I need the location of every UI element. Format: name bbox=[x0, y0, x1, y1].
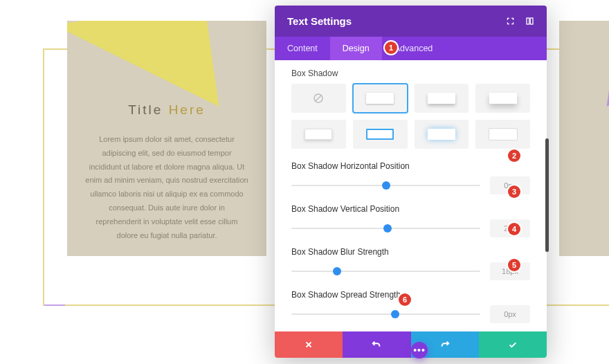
modal-body: Box Shadow Box Shadow Horizontal Positio… bbox=[275, 60, 547, 331]
shadow-preset-grid bbox=[291, 84, 530, 149]
ban-icon bbox=[312, 92, 325, 104]
slider-thumb[interactable] bbox=[382, 181, 390, 190]
slider-blur[interactable] bbox=[291, 266, 480, 277]
undo-icon bbox=[372, 340, 381, 349]
annotation-marker-5: 5 bbox=[508, 259, 520, 271]
card-title-accent: Here bbox=[169, 102, 206, 117]
svg-rect-0 bbox=[527, 18, 529, 24]
control-label: Box Shadow Vertical Position bbox=[291, 204, 530, 214]
save-button[interactable] bbox=[479, 331, 547, 358]
shadow-preset-3[interactable] bbox=[475, 84, 530, 113]
ellipsis-icon: ••• bbox=[413, 345, 426, 356]
card-body-right: Lorem ip adipiscin incididu aliqua. U no… bbox=[577, 133, 609, 242]
slider-thumb[interactable] bbox=[333, 267, 341, 275]
svg-line-3 bbox=[316, 95, 322, 102]
card-title: Title Here bbox=[67, 102, 266, 118]
expand-icon[interactable] bbox=[505, 17, 515, 26]
value-spread[interactable]: 0px bbox=[490, 305, 530, 323]
shadow-preset-none[interactable] bbox=[291, 84, 346, 113]
annotation-marker-3: 3 bbox=[508, 185, 520, 198]
annotation-marker-1: 1 bbox=[385, 42, 397, 54]
slider-spread[interactable] bbox=[291, 309, 480, 320]
annotation-marker-4: 4 bbox=[508, 223, 520, 235]
modal-footer bbox=[275, 331, 547, 358]
control-spread: Box Shadow Spread Strength 0px bbox=[291, 290, 530, 323]
annotation-marker-6: 6 bbox=[399, 293, 411, 306]
preview-card-right: x Lorem ip adipiscin incididu aliqua. U … bbox=[559, 21, 609, 256]
preview-card-left: Title Here Lorem ipsum dolor sit amet, c… bbox=[67, 21, 266, 256]
section-box-shadow-label: Box Shadow bbox=[291, 69, 530, 78]
slider-track bbox=[291, 313, 480, 315]
preset-swatch bbox=[366, 93, 394, 104]
preset-swatch bbox=[304, 129, 332, 140]
modal-tabs: Content Design Advanced bbox=[275, 37, 547, 60]
redo-icon bbox=[440, 340, 450, 349]
cancel-button[interactable] bbox=[275, 331, 343, 358]
triangle-accent-purple bbox=[607, 21, 609, 128]
slider-horizontal[interactable] bbox=[291, 180, 480, 191]
shadow-preset-5[interactable] bbox=[353, 120, 408, 149]
slider-vertical[interactable] bbox=[291, 223, 480, 234]
slider-thumb[interactable] bbox=[391, 310, 399, 318]
tab-design[interactable]: Design bbox=[330, 37, 382, 60]
card-title-part: Title bbox=[128, 102, 168, 117]
slider-track bbox=[291, 271, 480, 272]
close-icon bbox=[304, 340, 313, 349]
annotation-marker-2: 2 bbox=[508, 149, 520, 162]
shadow-preset-6[interactable] bbox=[415, 120, 469, 149]
control-vertical-position: Box Shadow Vertical Position 2px bbox=[291, 204, 530, 237]
modal-scrollbar-thumb[interactable] bbox=[545, 138, 549, 252]
modal-title: Text Settings bbox=[287, 15, 352, 27]
svg-rect-1 bbox=[530, 18, 533, 24]
modal-header: Text Settings bbox=[275, 6, 547, 37]
preset-swatch bbox=[428, 93, 455, 104]
tab-content[interactable]: Content bbox=[275, 37, 330, 60]
preset-swatch bbox=[489, 93, 517, 104]
preset-swatch bbox=[428, 129, 455, 140]
shadow-preset-1[interactable] bbox=[353, 84, 408, 113]
control-blur: Box Shadow Blur Strength 18px bbox=[291, 247, 530, 280]
slider-thumb[interactable] bbox=[383, 224, 392, 233]
control-horizontal-position: Box Shadow Horizontal Position 0px bbox=[291, 161, 530, 194]
card-body: Lorem ipsum dolor sit amet, consectetur … bbox=[85, 133, 248, 242]
text-settings-modal: Text Settings Content Design Advanced Bo… bbox=[275, 6, 547, 358]
control-label: Box Shadow Horizontal Position bbox=[291, 161, 530, 171]
floating-menu-button[interactable]: ••• bbox=[411, 342, 428, 358]
undo-button[interactable] bbox=[343, 331, 410, 358]
check-icon bbox=[508, 340, 518, 349]
preset-swatch bbox=[489, 129, 517, 140]
snap-icon[interactable] bbox=[525, 17, 534, 26]
shadow-preset-2[interactable] bbox=[415, 84, 469, 113]
preset-swatch bbox=[366, 129, 394, 140]
shadow-preset-7[interactable] bbox=[475, 120, 530, 149]
shadow-preset-4[interactable] bbox=[291, 120, 346, 149]
control-label: Box Shadow Blur Strength bbox=[291, 247, 530, 257]
